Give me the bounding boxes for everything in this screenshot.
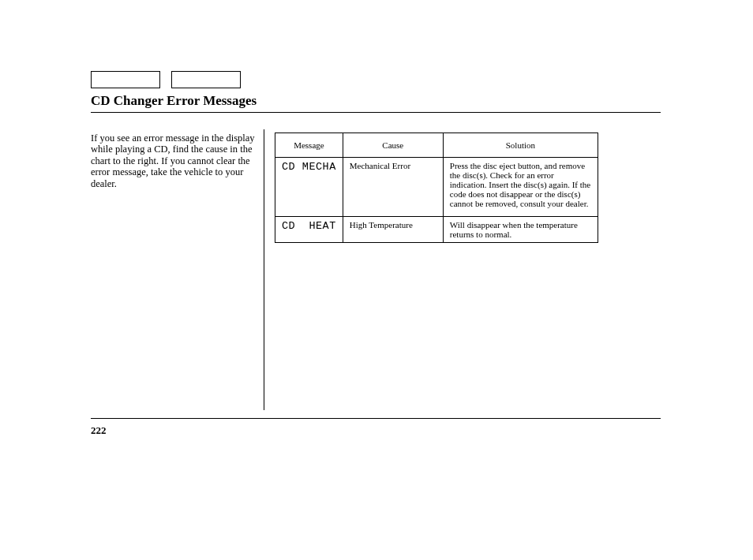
- table-header-row: Message Cause Solution: [275, 133, 598, 158]
- header-placeholder-boxes: [91, 71, 249, 91]
- page-number: 222: [91, 424, 107, 437]
- intro-paragraph: If you see an error message in the displ…: [91, 133, 255, 189]
- cell-message: CD HEAT: [275, 217, 343, 243]
- header-message: Message: [275, 133, 343, 158]
- cell-solution: Press the disc eject button, and remove …: [443, 158, 598, 217]
- cell-cause: Mechanical Error: [343, 158, 443, 217]
- column-divider: [264, 129, 264, 410]
- page: CD Changer Error Messages If you see an …: [0, 0, 753, 560]
- page-title: CD Changer Error Messages: [91, 93, 257, 109]
- header-solution: Solution: [443, 133, 598, 158]
- cell-solution: Will disappear when the temperature retu…: [443, 217, 598, 243]
- header-cause: Cause: [343, 133, 443, 158]
- header-box-2: [171, 71, 241, 88]
- header-box-1: [91, 71, 160, 88]
- title-divider: [91, 112, 661, 113]
- footer-divider: [91, 418, 661, 419]
- table-row: CD MECHA Mechanical Error Press the disc…: [275, 158, 598, 217]
- cell-cause: High Temperature: [343, 217, 443, 243]
- cell-message: CD MECHA: [275, 158, 343, 217]
- table-row: CD HEAT High Temperature Will disappear …: [275, 217, 598, 243]
- error-messages-table: Message Cause Solution CD MECHA Mechanic…: [275, 133, 598, 243]
